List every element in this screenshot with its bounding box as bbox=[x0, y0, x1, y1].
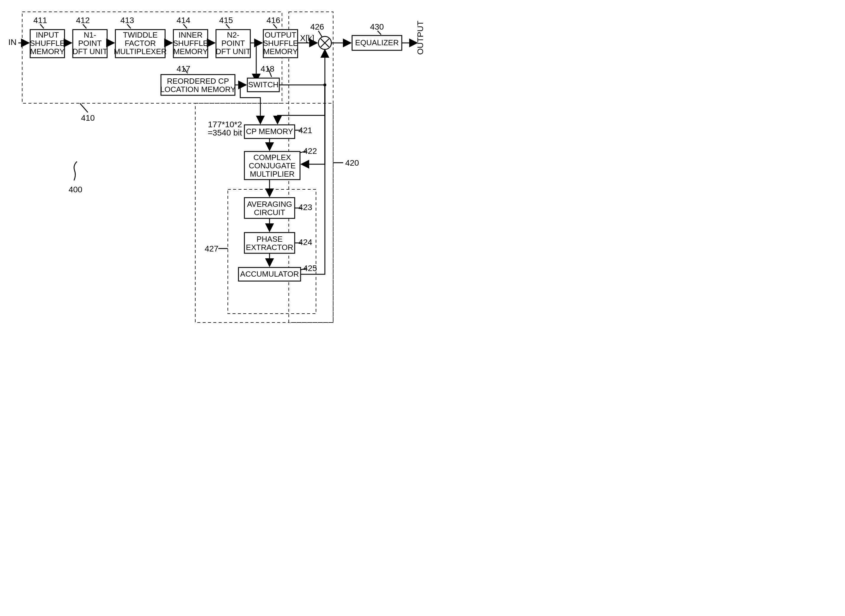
b417-l1: REORDERED CP bbox=[167, 77, 229, 85]
b418-l1: SWITCH bbox=[248, 80, 279, 89]
b423-l2: CIRCUIT bbox=[254, 208, 285, 217]
b424-num: 424 bbox=[299, 238, 312, 247]
svg-line-7 bbox=[40, 24, 44, 28]
svg-line-13 bbox=[127, 24, 131, 28]
b416-l2: SHUFFLE bbox=[263, 39, 298, 48]
block-411: INPUT SHUFFLE MEMORY 411 bbox=[30, 16, 65, 58]
block-414: INNER SHUFFLE MEMORY 414 bbox=[173, 16, 208, 58]
block-diagram: 410 420 427 IN INPUT SHUFFLE MEMORY 411 … bbox=[6, 6, 459, 329]
b413-l3: MULTIPLEXER bbox=[114, 47, 167, 56]
in-label: IN bbox=[8, 38, 16, 47]
b421-note2: =3540 bit bbox=[208, 128, 242, 137]
b411-num: 411 bbox=[34, 16, 47, 25]
b421-l1: CP MEMORY bbox=[246, 127, 293, 136]
block-430: EQUALIZER 430 bbox=[352, 22, 402, 50]
b416-l1: OUTPUT bbox=[265, 31, 296, 40]
block-416: OUTPUT SHUFFLE MEMORY 416 bbox=[263, 16, 298, 58]
block-423: AVERAGING CIRCUIT 423 bbox=[244, 198, 312, 219]
b411-l2: SHUFFLE bbox=[30, 39, 65, 48]
svg-line-45 bbox=[318, 31, 322, 37]
b423-num: 423 bbox=[299, 203, 312, 212]
b430-l1: EQUALIZER bbox=[355, 38, 399, 47]
b411-l1: INPUT bbox=[36, 31, 59, 40]
block-422: COMPLEX CONJUGATE MULTIPLIER 422 bbox=[244, 147, 317, 180]
b414-num: 414 bbox=[177, 16, 191, 25]
ref-400: 400 bbox=[69, 185, 82, 194]
b413-l1: TWIDDLE bbox=[123, 31, 158, 40]
b417-l2: LOCATION MEMORY bbox=[160, 85, 236, 94]
svg-line-16 bbox=[183, 24, 187, 28]
b425-l1: ACCUMULATOR bbox=[240, 270, 299, 279]
ref-squiggle bbox=[74, 161, 77, 180]
b416-num: 416 bbox=[267, 16, 280, 25]
block-412: N1- POINT DFT UNIT 412 bbox=[72, 16, 107, 58]
block-417: REORDERED CP LOCATION MEMORY 417 bbox=[160, 64, 236, 95]
b414-l3: MEMORY bbox=[173, 47, 208, 56]
b412-l2: POINT bbox=[78, 39, 102, 48]
output-label: OUTPUT bbox=[416, 21, 425, 55]
b426-num: 426 bbox=[310, 22, 324, 31]
xk-label: X[k] bbox=[300, 34, 314, 43]
b413-num: 413 bbox=[120, 16, 134, 25]
b415-num: 415 bbox=[219, 16, 233, 25]
b423-l1: AVERAGING bbox=[247, 200, 292, 208]
ref-420: 420 bbox=[345, 158, 359, 167]
b414-l1: INNER bbox=[179, 31, 202, 40]
b421-note1: 177*10*2 bbox=[208, 120, 242, 129]
b415-l1: N2- bbox=[227, 31, 239, 40]
svg-line-19 bbox=[226, 24, 230, 28]
b411-l3: MEMORY bbox=[30, 47, 65, 56]
b412-l1: N1- bbox=[84, 31, 96, 40]
ref-410: 410 bbox=[81, 113, 95, 122]
svg-line-0 bbox=[80, 103, 88, 113]
b415-l3: DFT UNIT bbox=[216, 47, 251, 56]
b424-l1: PHASE bbox=[257, 235, 283, 243]
b422-l2: CONJUGATE bbox=[249, 161, 296, 170]
b413-l2: FACTOR bbox=[125, 39, 156, 48]
svg-line-21 bbox=[273, 24, 277, 28]
b422-l3: MULTIPLIER bbox=[250, 170, 294, 178]
b414-l2: SHUFFLE bbox=[173, 39, 208, 48]
b430-num: 430 bbox=[370, 22, 384, 31]
b417-num: 417 bbox=[177, 64, 191, 73]
b412-l3: DFT UNIT bbox=[72, 47, 107, 56]
block-424: PHASE EXTRACTOR 424 bbox=[244, 233, 312, 253]
b424-l2: EXTRACTOR bbox=[246, 243, 293, 252]
b418-num: 418 bbox=[261, 64, 274, 73]
b415-l2: POINT bbox=[221, 39, 245, 48]
block-425: ACCUMULATOR 425 bbox=[238, 264, 317, 281]
b422-l1: COMPLEX bbox=[253, 153, 291, 162]
block-415: N2- POINT DFT UNIT 415 bbox=[216, 16, 251, 58]
svg-rect-1 bbox=[289, 104, 333, 106]
block-413: TWIDDLE FACTOR MULTIPLEXER 413 bbox=[114, 16, 167, 58]
block-418: SWITCH 418 bbox=[247, 64, 279, 92]
svg-line-10 bbox=[83, 24, 87, 28]
b416-l3: MEMORY bbox=[263, 47, 298, 56]
ref-427: 427 bbox=[205, 244, 219, 253]
b412-num: 412 bbox=[76, 16, 90, 25]
